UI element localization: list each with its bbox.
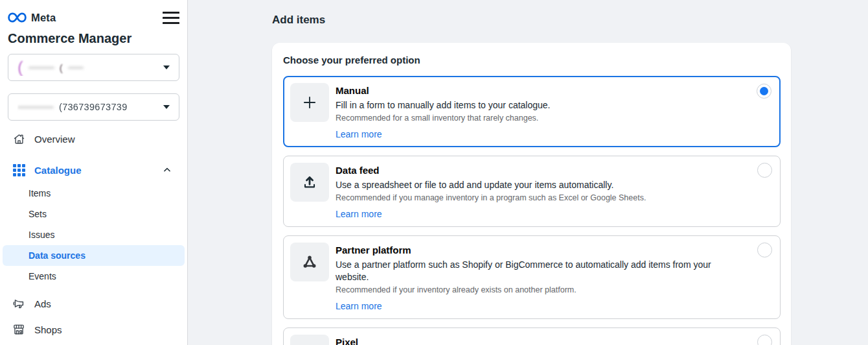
storefront-icon	[12, 322, 26, 337]
main-content: Add items Choose your preferred option M…	[188, 0, 868, 345]
sidebar-subitem-issues[interactable]: Issues	[3, 224, 185, 245]
megaphone-icon	[12, 296, 26, 311]
sidebar-item-shops[interactable]: Shops	[8, 316, 179, 342]
sidebar-item-label: Catalogue	[34, 165, 82, 176]
caret-down-icon	[163, 65, 170, 69]
sidebar: Meta Commerce Manager ( ( (736739673739	[0, 0, 188, 345]
home-icon	[12, 132, 26, 146]
learn-more-link[interactable]: Learn more	[336, 300, 382, 312]
redacted-text: (	[60, 62, 63, 73]
chevron-up-icon[interactable]	[163, 165, 172, 174]
plus-icon	[290, 83, 329, 122]
grid-icon	[12, 163, 26, 177]
option-recommendation: Recommended if your inventory already ex…	[336, 285, 735, 296]
redacted-blur	[17, 106, 54, 108]
option-title: Pixel	[336, 336, 619, 345]
sidebar-subitem-events[interactable]: Events	[3, 266, 185, 287]
sidebar-item-label: Overview	[34, 134, 75, 145]
radio-partner-platform[interactable]	[757, 243, 772, 257]
option-pixel[interactable]: </> Pixel Use your Facebook pixel to aut…	[283, 327, 781, 345]
brand-name: Meta	[31, 12, 56, 24]
page-title: Add items	[272, 13, 868, 27]
learn-more-link[interactable]: Learn more	[336, 128, 382, 140]
meta-infinity-icon	[8, 12, 27, 23]
option-title: Data feed	[336, 164, 646, 176]
redacted-blur	[68, 67, 84, 69]
radio-pixel[interactable]	[757, 335, 772, 345]
sidebar-subitem-items[interactable]: Items	[3, 183, 185, 204]
app-title: Commerce Manager	[8, 31, 179, 46]
redacted-blur	[29, 67, 54, 69]
sidebar-item-label: Shops	[34, 324, 62, 335]
option-description: Use a spreadsheet or file to add and upd…	[336, 179, 646, 191]
redacted-text: (	[17, 59, 23, 76]
business-selector[interactable]: ( (	[8, 54, 179, 81]
radio-data-feed[interactable]	[757, 163, 772, 178]
option-data-feed[interactable]: Data feed Use a spreadsheet or file to a…	[283, 156, 781, 227]
sidebar-nav: Overview Catalogue Items Sets Issues Dat…	[8, 126, 179, 342]
options-panel: Choose your preferred option Manual Fill…	[272, 43, 791, 345]
sidebar-item-overview[interactable]: Overview	[8, 126, 179, 152]
sidebar-subitem-data-sources[interactable]: Data sources	[3, 245, 185, 266]
option-manual[interactable]: Manual Fill in a form to manually add it…	[283, 76, 781, 147]
option-title: Partner platform	[336, 244, 735, 256]
option-description: Use a partner platform such as Shopify o…	[336, 259, 735, 283]
radio-manual[interactable]	[757, 84, 771, 99]
option-recommendation: Recommended if you manage inventory in a…	[336, 193, 646, 204]
caret-down-icon	[163, 105, 170, 109]
catalogue-selector[interactable]: (736739673739	[8, 93, 179, 121]
sidebar-subitem-sets[interactable]: Sets	[3, 204, 185, 224]
catalogue-id: (736739673739	[59, 102, 128, 112]
sidebar-item-catalogue[interactable]: Catalogue	[8, 157, 179, 183]
learn-more-link[interactable]: Learn more	[336, 208, 382, 220]
catalogue-sublist: Items Sets Issues Data sources Events	[3, 183, 185, 287]
option-title: Manual	[336, 84, 551, 97]
option-description: Fill in a form to manually add items to …	[336, 99, 551, 112]
panel-title: Choose your preferred option	[283, 54, 781, 65]
sidebar-item-ads[interactable]: Ads	[8, 291, 179, 316]
code-icon: </>	[290, 335, 329, 345]
sidebar-item-label: Ads	[34, 298, 51, 309]
upload-icon	[290, 163, 329, 202]
option-recommendation: Recommended for a small inventory that r…	[336, 113, 551, 124]
partner-network-icon	[290, 243, 329, 281]
option-partner-platform[interactable]: Partner platform Use a partner platform …	[283, 235, 781, 319]
meta-logo: Meta	[8, 12, 56, 24]
menu-icon[interactable]	[163, 10, 179, 25]
